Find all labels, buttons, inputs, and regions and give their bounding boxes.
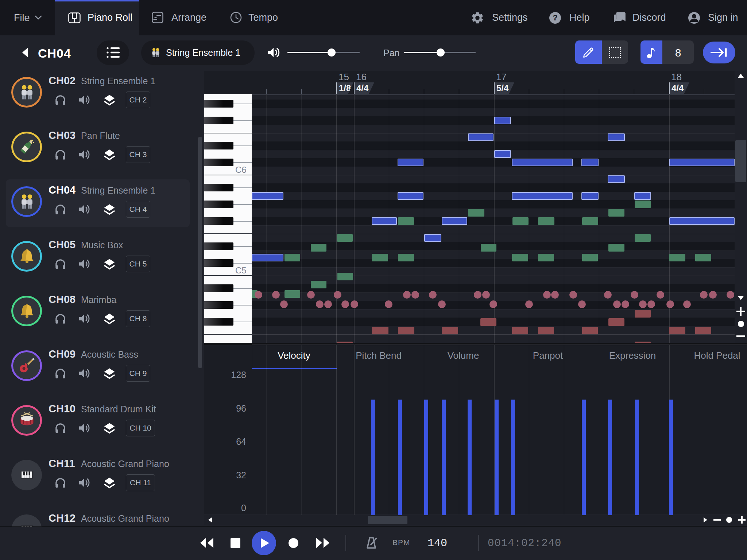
svg-text:?: ? bbox=[553, 13, 557, 22]
